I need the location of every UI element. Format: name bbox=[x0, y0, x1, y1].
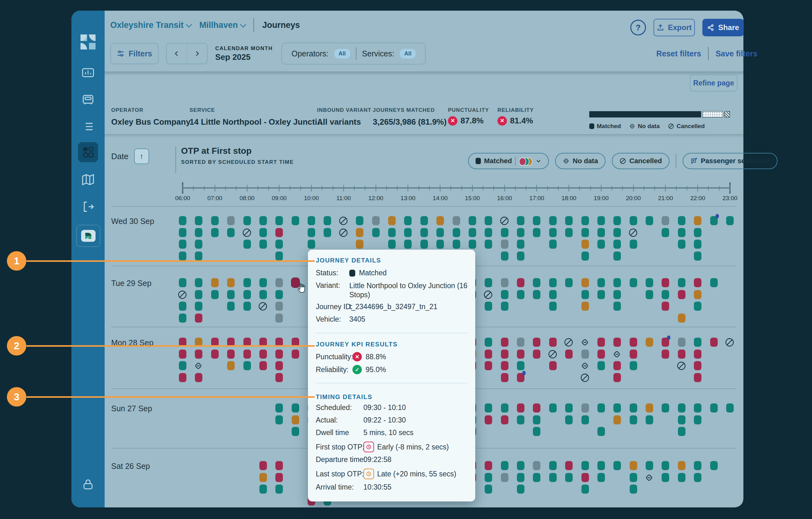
next-month-button[interactable] bbox=[187, 44, 207, 64]
journey-cell[interactable] bbox=[678, 314, 686, 323]
journey-cell[interactable] bbox=[292, 216, 299, 225]
journey-cell[interactable] bbox=[678, 278, 686, 287]
journey-cell[interactable] bbox=[549, 361, 557, 370]
journey-cell[interactable] bbox=[404, 228, 412, 237]
journey-cell[interactable] bbox=[227, 228, 235, 237]
journey-cell[interactable] bbox=[195, 228, 202, 237]
sidebar-item-lock[interactable] bbox=[71, 475, 105, 493]
journey-cell[interactable] bbox=[276, 485, 283, 494]
journey-cell[interactable] bbox=[179, 252, 186, 261]
journey-cell[interactable] bbox=[549, 338, 557, 347]
journey-cell[interactable] bbox=[598, 403, 605, 412]
journey-cell[interactable] bbox=[276, 350, 283, 358]
sidebar-item-sign-out[interactable] bbox=[71, 198, 105, 215]
journey-cell[interactable] bbox=[598, 278, 605, 287]
journey-cell[interactable] bbox=[227, 301, 235, 311]
journey-cell[interactable] bbox=[501, 473, 509, 482]
journey-cell[interactable] bbox=[276, 361, 283, 370]
cancelled-journey-icon[interactable] bbox=[179, 290, 186, 299]
journey-cell[interactable] bbox=[517, 252, 524, 261]
journey-cell[interactable] bbox=[710, 338, 718, 347]
journey-cell[interactable] bbox=[630, 216, 637, 225]
journey-cell[interactable] bbox=[485, 350, 492, 358]
journey-cell[interactable] bbox=[598, 290, 605, 299]
journey-cell[interactable] bbox=[549, 240, 557, 249]
export-button[interactable]: Export bbox=[654, 19, 695, 36]
journey-cell[interactable] bbox=[404, 240, 412, 249]
journey-cell[interactable] bbox=[179, 278, 186, 287]
journey-cell[interactable] bbox=[179, 216, 186, 225]
journey-cell[interactable] bbox=[630, 338, 637, 347]
journey-cell[interactable] bbox=[565, 278, 573, 287]
journey-cell[interactable] bbox=[372, 216, 380, 225]
journey-cell[interactable] bbox=[485, 403, 492, 412]
journey-cell[interactable] bbox=[581, 240, 589, 249]
journey-cell[interactable] bbox=[549, 228, 557, 237]
journey-cell[interactable] bbox=[501, 301, 509, 311]
journey-cell[interactable] bbox=[195, 240, 202, 249]
reset-filters-link[interactable]: Reset filters bbox=[656, 49, 701, 58]
journey-cell[interactable] bbox=[243, 278, 251, 287]
journey-cell[interactable] bbox=[613, 338, 621, 347]
journey-cell[interactable] bbox=[517, 240, 524, 249]
journey-cell[interactable] bbox=[694, 338, 701, 347]
nodata-filter-button[interactable]: No data bbox=[555, 153, 606, 169]
journey-cell[interactable] bbox=[356, 240, 364, 249]
journey-cell[interactable] bbox=[613, 373, 621, 382]
journey-cell[interactable] bbox=[227, 290, 235, 299]
refine-page-button[interactable]: Refine page bbox=[690, 75, 737, 91]
journey-cell[interactable] bbox=[276, 228, 283, 237]
journey-cell[interactable] bbox=[581, 290, 589, 299]
journey-cell[interactable] bbox=[630, 278, 637, 287]
journey-cell[interactable] bbox=[453, 240, 460, 249]
journey-cell[interactable] bbox=[613, 461, 621, 470]
journey-cell[interactable] bbox=[372, 228, 380, 237]
journey-cell[interactable] bbox=[308, 228, 315, 237]
journey-cell[interactable] bbox=[581, 415, 589, 425]
journey-cell[interactable] bbox=[694, 361, 701, 370]
journey-cell[interactable] bbox=[565, 461, 573, 470]
journey-cell[interactable] bbox=[613, 216, 621, 225]
no-data-journey-icon[interactable] bbox=[646, 473, 653, 482]
cancelled-journey-icon[interactable] bbox=[630, 228, 637, 237]
journey-cell[interactable] bbox=[517, 461, 524, 470]
no-data-journey-icon[interactable] bbox=[581, 361, 589, 370]
journey-cell[interactable] bbox=[581, 485, 589, 494]
journey-cell[interactable] bbox=[243, 361, 251, 370]
journey-cell[interactable] bbox=[179, 240, 186, 249]
journey-cell[interactable] bbox=[549, 301, 557, 311]
journey-cell[interactable] bbox=[211, 216, 219, 225]
journey-cell[interactable] bbox=[662, 403, 669, 412]
journey-cell[interactable] bbox=[646, 290, 653, 299]
journey-cell[interactable] bbox=[517, 485, 524, 494]
journey-cell[interactable] bbox=[726, 403, 734, 412]
no-data-journey-icon[interactable] bbox=[613, 350, 621, 358]
journey-cell[interactable] bbox=[195, 252, 202, 261]
journey-cell[interactable] bbox=[581, 350, 589, 358]
journey-cell[interactable] bbox=[195, 314, 202, 323]
journey-cell[interactable] bbox=[436, 216, 444, 225]
journey-cell[interactable] bbox=[292, 427, 299, 436]
journey-cell[interactable] bbox=[694, 278, 701, 287]
journey-cell[interactable] bbox=[533, 278, 541, 287]
cancelled-journey-icon[interactable] bbox=[565, 338, 573, 347]
journey-cell[interactable] bbox=[630, 350, 637, 358]
journey-cell[interactable] bbox=[613, 301, 621, 311]
journey-cell[interactable] bbox=[598, 228, 605, 237]
journey-cell[interactable] bbox=[259, 473, 267, 482]
journey-cell[interactable] bbox=[517, 473, 524, 482]
services-all-pill[interactable]: All bbox=[400, 49, 416, 59]
journey-cell[interactable] bbox=[678, 240, 686, 249]
journey-cell[interactable] bbox=[533, 290, 541, 299]
cancelled-filter-button[interactable]: Cancelled bbox=[612, 153, 669, 169]
journey-cell[interactable] bbox=[678, 427, 686, 436]
journey-cell[interactable] bbox=[678, 403, 686, 412]
journey-cell[interactable] bbox=[276, 240, 283, 249]
journey-cell[interactable] bbox=[179, 361, 186, 370]
sidebar-item-analytics[interactable] bbox=[71, 64, 105, 81]
share-button[interactable]: Share bbox=[702, 19, 744, 36]
journey-cell[interactable] bbox=[662, 461, 669, 470]
journey-cell[interactable] bbox=[549, 403, 557, 412]
journey-cell[interactable] bbox=[485, 461, 492, 470]
sidebar-item-list[interactable] bbox=[71, 118, 105, 135]
